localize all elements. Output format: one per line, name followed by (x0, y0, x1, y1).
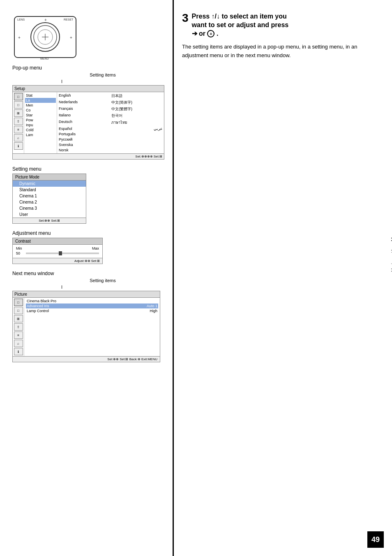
adj-value: 50 (16, 251, 24, 255)
right-column: Using the Menus 3 Press ↑/↓ to select an… (173, 0, 392, 556)
lang-korean: 한국어 (111, 113, 162, 119)
lang-empty2 (111, 137, 162, 142)
next-icon-picture: □ (14, 299, 23, 306)
step-title-circle: + (207, 30, 214, 37)
setting-menu-label: Setting menu (12, 166, 164, 172)
next-menu-row-label-advancedIris: Advanced Iris (27, 304, 49, 308)
menu-item-pow: Pow (25, 118, 56, 123)
setting-menu-standard: Standard (13, 187, 86, 193)
menu-item-lam: Lam (25, 132, 56, 137)
svg-text:RESET: RESET (64, 18, 74, 21)
icon-info: ℹ (14, 142, 23, 150)
lang-chinese-t: 中文(繁體字) (111, 106, 162, 112)
menu-item-inpu: Inpu (25, 123, 56, 127)
popup-menu-header: Setup (13, 86, 164, 92)
setting-menu-cinema2: Cinema 2 (13, 199, 86, 205)
lang-arabic: عربي (111, 126, 162, 131)
next-menu-row-cinemaBlack: Cinema Black Pro (26, 299, 158, 303)
svg-text:MENU: MENU (40, 57, 49, 60)
page-number: 49 (367, 531, 384, 548)
setting-menu-cinema3: Cinema 3 (13, 205, 86, 211)
setting-menu-footer: Set:⊕⊕ Set:⊞ (13, 218, 86, 223)
next-menu-footer: Sel:⊕⊕ Set:⊞ Back:⊕ Exit:MENU (13, 356, 160, 362)
adj-menu-footer: Adjust:⊕⊕ Set:⊞ (13, 258, 102, 264)
step-title-line1: Press ↑/↓ to select an item you (192, 13, 287, 20)
lang-italian: Italiano (59, 113, 110, 119)
svg-text:+: + (18, 35, 21, 40)
popup-menu-languages: English 日本語 Nederlands 中文(简体字) Français … (57, 92, 164, 153)
left-column: LENS RESET MENU + + + Pop-up menu Settin… (0, 0, 173, 556)
step-title: Press ↑/↓ to select an item you want to … (192, 12, 289, 38)
lang-dutch: Nederlands (59, 100, 110, 106)
menu-item-co: Co (25, 108, 56, 113)
icon-network: ≡ (14, 126, 23, 133)
setting-items-line-1 (62, 78, 164, 84)
setting-items-line-2 (62, 284, 164, 290)
svg-text:+: + (70, 35, 72, 40)
next-menu-row-value-advancedIris: Auto 1 (147, 304, 157, 308)
lang-russian: Русский (59, 137, 110, 142)
next-icon-info: ℹ (14, 348, 23, 355)
next-menu-row-lampControl: Lamp Control High (26, 308, 158, 313)
icon-calibration: ⌕ (14, 134, 23, 141)
menu-item-cold: Cold (25, 127, 56, 132)
popup-menu-label: Pop-up menu (12, 65, 164, 71)
next-menu-row-advancedIris: Advanced Iris Auto 1 (26, 303, 158, 308)
popup-menu-screenshot: Setup □ □ ⊞ ⇧ ≡ ⌕ ℹ Stat La Men Co Star (12, 85, 164, 160)
lang-chinese-s: 中文(简体字) (111, 100, 162, 106)
menu-item-la: La (25, 98, 56, 103)
next-icon-setup: ⊞ (14, 315, 23, 322)
lang-german: Deutsch (59, 119, 110, 126)
icon-screen: □ (14, 101, 23, 109)
icon-setup: ⊞ (14, 109, 23, 117)
lang-spanish: Español (59, 126, 110, 131)
setting-items-label-2: Setting items (41, 278, 164, 283)
step-body: The setting items are displayed in a pop… (182, 43, 384, 60)
step-title-line2: want to set or adjust and press (192, 21, 289, 28)
lang-japanese: 日本語 (111, 93, 162, 99)
icon-picture: □ (14, 93, 23, 100)
adj-menu-screenshot: Contrast Min Max 50 Adjust:⊕⊕ Set:⊞ (12, 238, 103, 264)
next-icon-calibration: ⌕ (14, 340, 23, 347)
setting-menu-dynamic: Dynamic (13, 181, 86, 187)
step-number: 3 (182, 12, 189, 24)
svg-text:LENS: LENS (17, 18, 25, 21)
side-tab: Using the Menus (390, 222, 392, 272)
menu-item-stat: Stat (25, 93, 56, 98)
setting-menu-screenshot: Picture Mode Dynamic Standard Cinema 1 C… (12, 174, 86, 224)
step-title-period: . (217, 30, 218, 37)
lang-english: English (59, 93, 110, 99)
next-icon-network: ≡ (14, 331, 23, 339)
next-menu-row-label-lampControl: Lamp Control (27, 309, 49, 313)
next-icon-screen: □ (14, 307, 23, 314)
step-title-or: or (199, 30, 207, 37)
adjustment-menu-label: Adjustment menu (12, 230, 164, 236)
lang-empty1 (111, 132, 162, 137)
next-menu-icons: □ □ ⊞ ⇧ ≡ ⌕ ℹ (13, 298, 24, 356)
lang-portuguese: Português (59, 132, 110, 137)
lang-thai: ภาษาไทย (111, 119, 162, 126)
next-menu-screenshot: Picture □ □ ⊞ ⇧ ≡ ⌕ ℹ Cinema Black Pro (12, 291, 160, 362)
next-menu-header: Picture (13, 291, 160, 298)
adj-min-label: Min (16, 246, 22, 250)
lang-norwegian: Norsk (59, 148, 110, 153)
next-menu-content: Cinema Black Pro Advanced Iris Auto 1 La… (24, 298, 160, 356)
next-menu-label: Next menu window (12, 271, 164, 276)
lens-image: LENS RESET MENU + + + (12, 12, 78, 62)
lang-swedish: Svenska (59, 142, 110, 147)
setting-menu-user: User (13, 211, 86, 218)
menu-item-men: Men (25, 103, 56, 108)
step-title-arrow: ➔ (192, 30, 197, 37)
setting-items-label-1: Setting items (41, 72, 164, 77)
adj-max-label: Max (92, 246, 99, 250)
lang-french: Français (59, 106, 110, 112)
adj-menu-header: Contrast (13, 238, 102, 245)
popup-menu-icons: □ □ ⊞ ⇧ ≡ ⌕ ℹ (13, 92, 24, 153)
lang-empty3 (111, 142, 162, 147)
svg-text:+: + (44, 18, 47, 22)
setting-menu-cinema1: Cinema 1 (13, 193, 86, 199)
popup-menu-items: Stat La Men Co Star Pow Inpu Cold Lam (24, 92, 57, 153)
icon-input: ⇧ (14, 118, 23, 125)
next-icon-input: ⇧ (14, 323, 23, 331)
next-menu-row-value-lampControl: High (150, 309, 157, 313)
